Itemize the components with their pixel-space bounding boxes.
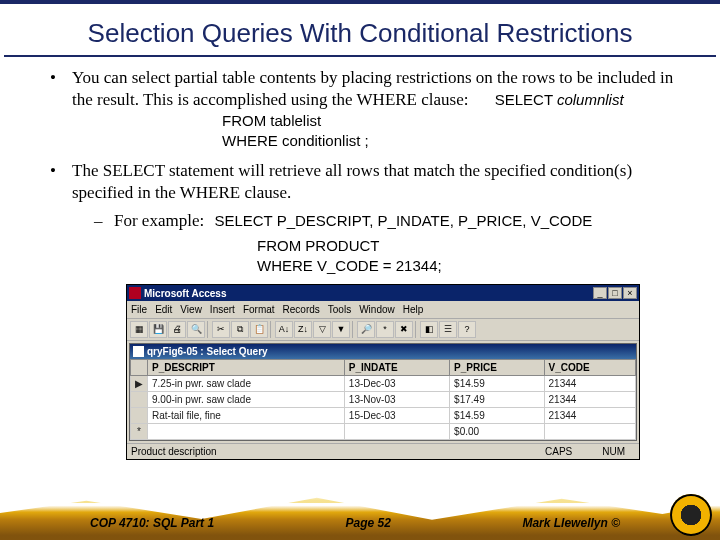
col-p-descript[interactable]: P_DESCRIPT xyxy=(148,360,345,376)
menu-view[interactable]: View xyxy=(180,303,202,316)
footer-right: Mark Llewellyn © xyxy=(522,516,620,530)
ucf-logo-icon xyxy=(670,494,712,536)
footer-left: COP 4710: SQL Part 1 xyxy=(90,516,214,530)
status-caps: CAPS xyxy=(545,445,572,458)
cell[interactable]: 13-Dec-03 xyxy=(344,376,449,392)
menu-records[interactable]: Records xyxy=(283,303,320,316)
cell[interactable]: 15-Dec-03 xyxy=(344,408,449,424)
cell[interactable] xyxy=(544,424,635,440)
toolbar-paste-icon[interactable]: 📋 xyxy=(250,321,268,338)
cell[interactable]: $14.59 xyxy=(450,376,544,392)
statusbar: Product description CAPS NUM xyxy=(127,443,639,459)
it-columnlist: columnlist xyxy=(557,91,624,108)
table-header-row: P_DESCRIPT P_INDATE P_PRICE V_CODE xyxy=(131,360,636,376)
data-table: P_DESCRIPT P_INDATE P_PRICE V_CODE ▶ 7.2… xyxy=(130,359,636,440)
cell[interactable]: 21344 xyxy=(544,392,635,408)
toolbar-delete-icon[interactable]: ✖ xyxy=(395,321,413,338)
toolbar-sep4 xyxy=(415,321,418,338)
kw-from: FROM xyxy=(222,112,270,129)
cell[interactable]: 21344 xyxy=(544,376,635,392)
syntax-block: FROM tablelist WHERE conditionlist ; xyxy=(222,111,686,152)
col-p-price[interactable]: P_PRICE xyxy=(450,360,544,376)
toolbar-sort-desc-icon[interactable]: Z↓ xyxy=(294,321,312,338)
menu-help[interactable]: Help xyxy=(403,303,424,316)
toolbar-sep xyxy=(207,321,210,338)
toolbar-props-icon[interactable]: ☰ xyxy=(439,321,457,338)
cell[interactable]: $0.00 xyxy=(450,424,544,440)
cell[interactable]: Rat-tail file, fine xyxy=(148,408,345,424)
kw-select: SELECT xyxy=(495,91,557,108)
toolbar-sort-asc-icon[interactable]: A↓ xyxy=(275,321,293,338)
maximize-button[interactable]: □ xyxy=(608,287,622,299)
menu-tools[interactable]: Tools xyxy=(328,303,351,316)
row-selector-header xyxy=(131,360,148,376)
toolbar-db-icon[interactable]: ◧ xyxy=(420,321,438,338)
toolbar-sep2 xyxy=(270,321,273,338)
example-block: FROM PRODUCT WHERE V_CODE = 21344; xyxy=(257,236,686,277)
status-num: NUM xyxy=(602,445,625,458)
syntax-select-inline: SELECT columnlist xyxy=(495,91,624,108)
toolbar-copy-icon[interactable]: ⧉ xyxy=(231,321,249,338)
toolbar-view-icon[interactable]: ▦ xyxy=(130,321,148,338)
bullet2-text: The SELECT statement will retrieve all r… xyxy=(72,161,632,202)
semicolon: ; xyxy=(365,132,369,149)
status-left: Product description xyxy=(131,445,217,458)
cell[interactable]: $17.49 xyxy=(450,392,544,408)
footer: COP 4710: SQL Part 1 Page 52 Mark Llewel… xyxy=(0,492,720,540)
menu-edit[interactable]: Edit xyxy=(155,303,172,316)
toolbar-cut-icon[interactable]: ✂ xyxy=(212,321,230,338)
cell[interactable] xyxy=(148,424,345,440)
window-titlebar: Microsoft Access _ □ × xyxy=(127,285,639,301)
toolbar-filter2-icon[interactable]: ▼ xyxy=(332,321,350,338)
footer-center: Page 52 xyxy=(346,516,391,530)
table-row[interactable]: * $0.00 xyxy=(131,424,636,440)
query-icon xyxy=(133,346,144,357)
col-p-indate[interactable]: P_INDATE xyxy=(344,360,449,376)
kw-where: WHERE xyxy=(222,132,282,149)
toolbar-save-icon[interactable]: 💾 xyxy=(149,321,167,338)
close-button[interactable]: × xyxy=(623,287,637,299)
example-bullet: For example: SELECT P_DESCRIPT, P_INDATE… xyxy=(72,210,686,232)
menu-format[interactable]: Format xyxy=(243,303,275,316)
bullet-where-clause: You can select partial table contents by… xyxy=(50,67,686,152)
toolbar-filter-icon[interactable]: ▽ xyxy=(313,321,331,338)
cell[interactable]: 9.00-in pwr. saw clade xyxy=(148,392,345,408)
toolbar-print-icon[interactable]: 🖨 xyxy=(168,321,186,338)
table-row[interactable]: Rat-tail file, fine 15-Dec-03 $14.59 213… xyxy=(131,408,636,424)
window-title: Microsoft Access xyxy=(144,287,593,300)
cell[interactable]: $14.59 xyxy=(450,408,544,424)
minimize-button[interactable]: _ xyxy=(593,287,607,299)
menu-window[interactable]: Window xyxy=(359,303,395,316)
it-conditionlist: conditionlist xyxy=(282,132,365,149)
toolbar-find-icon[interactable]: 🔎 xyxy=(357,321,375,338)
menubar: File Edit View Insert Format Records Too… xyxy=(127,301,639,319)
cell[interactable]: 21344 xyxy=(544,408,635,424)
menu-insert[interactable]: Insert xyxy=(210,303,235,316)
toolbar-new-icon[interactable]: * xyxy=(376,321,394,338)
query-titlebar: qryFig6-05 : Select Query xyxy=(130,344,636,359)
access-window: Microsoft Access _ □ × File Edit View In… xyxy=(126,284,640,460)
row-selector[interactable] xyxy=(131,408,148,424)
toolbar-preview-icon[interactable]: 🔍 xyxy=(187,321,205,338)
menu-file[interactable]: File xyxy=(131,303,147,316)
cell[interactable] xyxy=(344,424,449,440)
access-icon xyxy=(129,287,141,299)
example-line2: FROM PRODUCT xyxy=(257,236,686,256)
example-line3: WHERE V_CODE = 21344; xyxy=(257,256,686,276)
col-v-code[interactable]: V_CODE xyxy=(544,360,635,376)
toolbar-help-icon[interactable]: ? xyxy=(458,321,476,338)
page-title: Selection Queries With Conditional Restr… xyxy=(4,4,716,57)
row-selector[interactable]: ▶ xyxy=(131,376,148,392)
table-row[interactable]: 9.00-in pwr. saw clade 13-Nov-03 $17.49 … xyxy=(131,392,636,408)
query-title: qryFig6-05 : Select Query xyxy=(147,345,268,358)
it-tablelist: tablelist xyxy=(270,112,321,129)
row-selector[interactable]: * xyxy=(131,424,148,440)
bullet-select-statement: The SELECT statement will retrieve all r… xyxy=(50,160,686,277)
table-row[interactable]: ▶ 7.25-in pwr. saw clade 13-Dec-03 $14.5… xyxy=(131,376,636,392)
toolbar-sep3 xyxy=(352,321,355,338)
query-window: qryFig6-05 : Select Query P_DESCRIPT P_I… xyxy=(129,343,637,441)
cell[interactable]: 7.25-in pwr. saw clade xyxy=(148,376,345,392)
row-selector[interactable] xyxy=(131,392,148,408)
cell[interactable]: 13-Nov-03 xyxy=(344,392,449,408)
content-area: You can select partial table contents by… xyxy=(0,67,720,460)
